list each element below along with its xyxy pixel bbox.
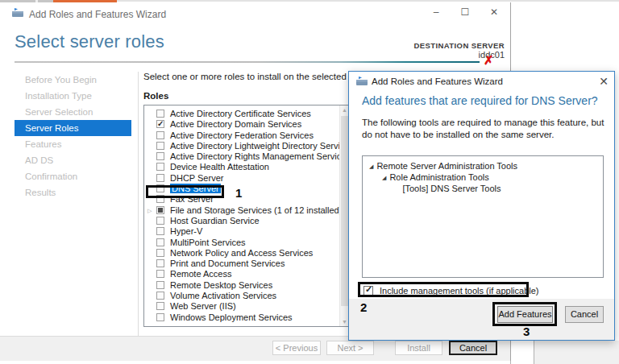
role-row[interactable]: ▷Active Directory Federation Services	[147, 130, 338, 141]
page-title: Select server roles	[15, 31, 164, 52]
role-checkbox[interactable]	[156, 238, 164, 246]
role-label: Web Server (IIS)	[170, 301, 236, 311]
roles-list-box[interactable]: ▷Active Directory Certificate Services ▷…	[143, 105, 350, 327]
role-label: MultiPoint Services	[170, 238, 246, 247]
role-row[interactable]: ▷DHCP Server	[147, 173, 338, 184]
role-checkbox[interactable]	[156, 217, 164, 225]
sidebar-separator	[138, 72, 139, 336]
role-checkbox[interactable]	[156, 206, 164, 214]
role-row[interactable]: ▷Active Directory Domain Services	[147, 119, 338, 130]
sidebar-step-item[interactable]: Installation Type	[15, 88, 131, 104]
role-checkbox[interactable]	[156, 131, 164, 139]
role-checkbox[interactable]	[156, 270, 164, 278]
role-checkbox[interactable]	[156, 259, 164, 267]
role-row[interactable]: ▷Active Directory Lightweight Directory …	[147, 141, 338, 151]
role-checkbox[interactable]	[156, 313, 164, 321]
role-row[interactable]: ▷Hyper-V	[147, 226, 338, 237]
destination-server-name: iddc01	[347, 50, 505, 60]
role-row[interactable]: ▷Active Directory Rights Management Serv…	[147, 151, 338, 162]
annotation-step-3: 3	[523, 325, 530, 338]
annotation-box-2	[358, 282, 529, 297]
role-label: Volume Activation Services	[170, 291, 276, 300]
header-divider	[15, 61, 480, 63]
required-features-tree-box[interactable]: ◢Remote Server Administration Tools ◢Rol…	[362, 155, 604, 278]
role-row[interactable]: ▷Network Policy and Access Services	[147, 248, 338, 259]
sidebar-step-item[interactable]: Results	[15, 184, 131, 201]
minimize-icon[interactable]: –	[427, 6, 445, 19]
role-label: Network Policy and Access Services	[170, 248, 313, 258]
features-tree: ◢Remote Server Administration Tools ◢Rol…	[363, 160, 603, 194]
role-row[interactable]: ▷Active Directory Certificate Services	[147, 109, 338, 119]
roles-instruction-text: Select one or more roles to install on t…	[143, 72, 377, 81]
roles-list-label: Roles	[143, 91, 168, 101]
scrollbar-thumb[interactable]	[341, 116, 348, 306]
cancel-button-main[interactable]: Cancel	[449, 341, 497, 355]
window-title: Add Roles and Features Wizard	[29, 9, 166, 20]
role-row[interactable]: ▷Remote Access	[147, 269, 338, 279]
maximize-icon[interactable]: ☐	[456, 6, 474, 19]
role-checkbox[interactable]	[156, 302, 164, 310]
background-light-strip	[117, 0, 619, 2]
role-row[interactable]: ▷File and Storage Services (1 of 12 inst…	[147, 205, 338, 216]
role-label: Host Guardian Service	[170, 216, 260, 225]
tree-item-label: [Tools] DNS Server Tools	[402, 184, 501, 193]
role-row[interactable]: ▷Print and Document Services	[147, 259, 338, 269]
tree-item[interactable]: ◢Remote Server Administration Tools	[363, 160, 603, 172]
role-row[interactable]: ▷Windows Deployment Services	[147, 312, 338, 323]
tree-item[interactable]: ◢[Tools] DNS Server Tools	[363, 183, 603, 194]
annotation-box-1	[146, 185, 224, 198]
sidebar-step-label: Before You Begin	[25, 75, 97, 85]
role-row[interactable]: ▷Web Server (IIS)	[147, 301, 338, 312]
role-row[interactable]: ▷Volume Activation Services	[147, 291, 338, 301]
destination-server-label: DESTINATION SERVER	[347, 41, 505, 50]
tree-item[interactable]: ◢Role Administration Tools	[363, 172, 603, 183]
role-label: Active Directory Federation Services	[170, 130, 314, 140]
role-row[interactable]: ▷Remote Desktop Services	[147, 280, 338, 291]
dialog-title: Add Roles and Features Wizard	[372, 77, 503, 86]
role-checkbox[interactable]	[156, 227, 164, 235]
sidebar-step-item[interactable]: AD DS	[15, 152, 131, 168]
role-checkbox[interactable]	[156, 292, 164, 300]
role-row[interactable]: ▷MultiPoint Services	[147, 238, 338, 248]
role-label: Active Directory Certificate Services	[170, 109, 311, 118]
role-checkbox[interactable]	[156, 110, 164, 118]
sidebar-step-label: Installation Type	[25, 91, 92, 101]
role-checkbox[interactable]	[156, 249, 164, 257]
role-checkbox[interactable]	[156, 281, 164, 289]
role-checkbox[interactable]	[156, 152, 164, 160]
role-checkbox[interactable]	[156, 174, 164, 182]
dialog-close-icon[interactable]: ✕	[596, 74, 612, 89]
tree-item-label: Remote Server Administration Tools	[376, 161, 517, 171]
previous-button[interactable]: < Previous	[272, 341, 321, 355]
sidebar-step-label: AD DS	[25, 155, 53, 165]
expand-arrow-icon[interactable]: ▷	[147, 205, 155, 216]
close-icon[interactable]: ✕	[485, 6, 503, 19]
role-checkbox[interactable]	[156, 163, 164, 171]
roles-list: ▷Active Directory Certificate Services ▷…	[147, 109, 338, 323]
install-button[interactable]: Install	[395, 341, 442, 355]
cancel-button-dialog[interactable]: Cancel	[565, 306, 604, 323]
role-label: Remote Access	[170, 269, 231, 279]
dialog-app-icon	[355, 76, 368, 86]
sidebar-step-label: Results	[25, 188, 56, 197]
tree-expanded-icon[interactable]: ◢	[369, 161, 373, 172]
role-checkbox[interactable]	[156, 142, 164, 150]
sidebar-step-item[interactable]: Server Selection	[15, 104, 131, 120]
next-button[interactable]: Next >	[326, 341, 374, 355]
role-row[interactable]: ▷Device Health Attestation	[147, 162, 338, 172]
sidebar-step-label: Server Selection	[25, 107, 93, 117]
role-checkbox[interactable]	[156, 120, 164, 128]
role-label: Print and Document Services	[170, 259, 285, 268]
role-label: Hyper-V	[170, 226, 202, 236]
tree-expanded-icon[interactable]: ◢	[382, 172, 386, 184]
role-row[interactable]: ▷Host Guardian Service	[147, 216, 338, 226]
validation-error-icon: ✗	[484, 53, 494, 68]
sidebar-step-item[interactable]: Features	[15, 136, 131, 152]
annotation-step-2: 2	[360, 300, 367, 314]
add-features-dialog: Add Roles and Features Wizard ✕ Add feat…	[348, 71, 615, 341]
sidebar-step-item[interactable]: Before You Begin	[15, 72, 131, 88]
sidebar-step-item[interactable]: Server Roles	[15, 120, 131, 136]
sidebar-step-item[interactable]: Confirmation	[15, 168, 131, 184]
role-label: Device Health Attestation	[170, 162, 269, 172]
wizard-steps-sidebar: Before You Begin Installation Type Serve…	[15, 72, 131, 201]
